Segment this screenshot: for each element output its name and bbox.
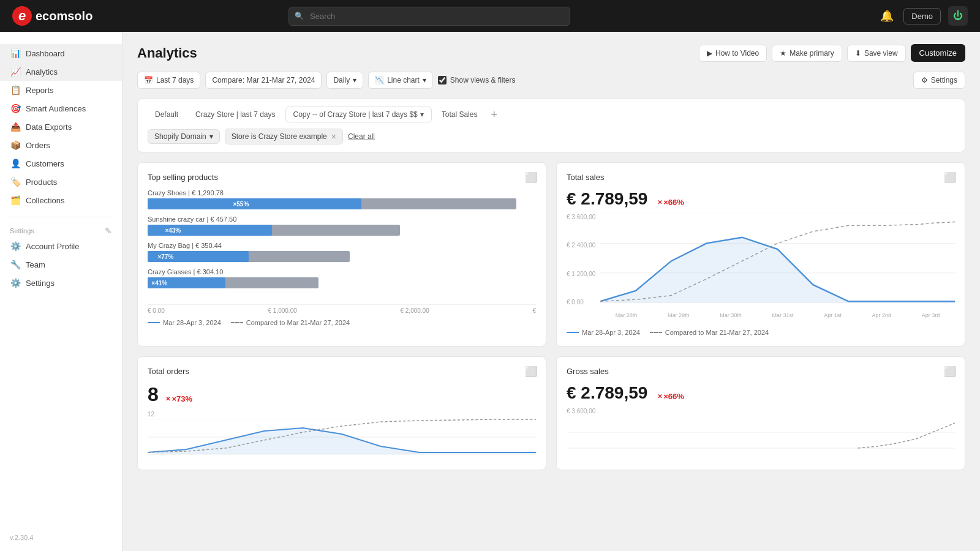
dropdown-chevron-icon: ▾ <box>420 110 424 119</box>
sidebar-label-collections: Collections <box>26 196 65 205</box>
gross-sales-card: Gross sales ⬜ € 2.789,59 ×66% € 3.600,00 <box>556 356 965 470</box>
sidebar-item-analytics[interactable]: 📈 Analytics <box>0 62 122 81</box>
products-icon: 🏷️ <box>10 177 21 187</box>
sidebar-settings-edit-icon[interactable]: ✎ <box>105 226 112 236</box>
legend-line-dashed <box>231 322 243 323</box>
top-selling-export-button[interactable]: ⬜ <box>525 171 537 183</box>
sidebar-label-orders: Orders <box>26 141 50 150</box>
sidebar-label-account-profile: Account Profile <box>26 242 79 251</box>
filter-tabs: Default Crazy Store | last 7 days Copy -… <box>148 107 955 122</box>
total-sales-title: Total sales <box>567 173 955 182</box>
sidebar-item-dashboard[interactable]: 📊 Dashboard <box>0 44 122 62</box>
sidebar-item-settings[interactable]: ⚙️ Settings <box>0 274 122 292</box>
bar-percent-3: ×77% <box>157 253 173 260</box>
product-label-3: My Crazy Bag | € 350.44 <box>148 242 536 249</box>
date-range-button[interactable]: 📅 Last 7 days <box>137 72 200 89</box>
gross-sales-badge: ×66% <box>657 392 684 401</box>
legend-line-ts-solid <box>567 332 579 333</box>
total-sales-export-button[interactable]: ⬜ <box>944 171 956 183</box>
total-orders-card: Total orders ⬜ 8 ×73% 12 <box>137 356 546 470</box>
sidebar-item-customers[interactable]: 👤 Customers <box>0 154 122 173</box>
sidebar-item-reports[interactable]: 📋 Reports <box>0 81 122 99</box>
main-content: Analytics ▶ How to Video ★ Make primary … <box>123 32 980 551</box>
gross-sales-export-button[interactable]: ⬜ <box>944 365 956 377</box>
filter-tab-total-sales[interactable]: Total Sales <box>434 107 485 122</box>
legend-current: Mar 28-Apr 3, 2024 <box>148 319 221 326</box>
top-selling-title: Top selling products <box>148 173 536 182</box>
settings-gear-icon: ⚙ <box>921 76 928 84</box>
bar-axis: € 0.00 € 1,000.00 € 2,000.00 € <box>148 304 536 314</box>
total-orders-export-button[interactable]: ⬜ <box>525 365 537 377</box>
sidebar-item-collections[interactable]: 🗂️ Collections <box>0 191 122 209</box>
product-bars: Crazy Shoes | € 1,290.78 ×55% Sunshine <box>148 189 536 299</box>
clear-all-filters-button[interactable]: Clear all <box>348 132 375 141</box>
sidebar-label-team: Team <box>26 260 45 269</box>
legend-compare: Compared to Mar 21-Mar 27, 2024 <box>231 319 350 326</box>
show-views-checkbox[interactable] <box>438 76 447 84</box>
add-filter-tab-button[interactable]: + <box>487 108 501 121</box>
sidebar-divider <box>10 217 112 217</box>
page-title: Analytics <box>137 45 197 61</box>
team-icon: 🔧 <box>10 260 21 269</box>
how-to-video-button[interactable]: ▶ How to Video <box>699 45 767 62</box>
filter-pill-shopify-domain[interactable]: Shopify Domain ▾ <box>148 129 220 144</box>
customize-button[interactable]: Customize <box>911 44 965 62</box>
gross-sales-value: € 2.789,59 ×66% <box>567 383 684 402</box>
remove-filter-icon[interactable]: × <box>331 132 336 141</box>
save-view-button[interactable]: ⬇ Save view <box>847 45 906 62</box>
sidebar-label-settings: Settings <box>26 279 55 288</box>
page-header: Analytics ▶ How to Video ★ Make primary … <box>137 44 965 62</box>
customers-icon: 👤 <box>10 159 21 168</box>
total-sales-badge: ×66% <box>657 198 684 207</box>
daily-button[interactable]: Daily ▾ <box>326 72 363 89</box>
product-bar-2: ×43% <box>148 225 536 236</box>
sidebar: 📊 Dashboard 📈 Analytics 📋 Reports 🎯 Smar… <box>0 32 123 551</box>
toolbar: 📅 Last 7 days Compare: Mar 21-Mar 27, 20… <box>137 72 965 89</box>
topnav-actions: 🔔 Demo ⏻ <box>878 6 968 26</box>
x-axis-labels: Mar 28th Mar 29th Mar 30th Mar 31st Apr … <box>600 307 955 324</box>
filter-tab-default[interactable]: Default <box>148 107 186 122</box>
gross-sales-title: Gross sales <box>567 367 955 376</box>
legend-line-ts-dashed <box>650 332 662 333</box>
filter-bar: Default Crazy Store | last 7 days Copy -… <box>137 99 965 152</box>
chart-inner <box>600 214 955 305</box>
total-orders-value: 8 <box>148 383 159 405</box>
total-orders-svg <box>148 419 536 455</box>
product-bar-4: ×41% <box>148 277 536 288</box>
product-row-2: Sunshine crazy car | € 457.50 ×43% <box>148 216 536 236</box>
line-chart-button[interactable]: 📉 Line chart ▾ <box>368 72 433 89</box>
sidebar-item-products[interactable]: 🏷️ Products <box>0 173 122 191</box>
settings-toolbar-button[interactable]: ⚙ Settings <box>913 72 965 89</box>
demo-button[interactable]: Demo <box>903 8 941 24</box>
sidebar-item-data-exports[interactable]: 📤 Data Exports <box>0 118 122 136</box>
filter-pills: Shopify Domain ▾ Store is Crazy Store ex… <box>148 129 955 144</box>
total-orders-metric: 8 ×73% <box>148 383 536 406</box>
chevron-down-icon: ▾ <box>353 76 356 84</box>
filter-pill-store[interactable]: Store is Crazy Store example × <box>225 129 343 144</box>
make-primary-button[interactable]: ★ Make primary <box>772 45 842 62</box>
sidebar-label-data-exports: Data Exports <box>26 122 72 132</box>
sidebar-main-section: 📊 Dashboard 📈 Analytics 📋 Reports 🎯 Smar… <box>0 39 122 212</box>
filter-tab-crazy-store[interactable]: Crazy Store | last 7 days <box>188 107 283 122</box>
bar-foreground-1: ×55% <box>148 198 361 209</box>
total-sales-svg <box>600 214 955 305</box>
notifications-button[interactable]: 🔔 <box>878 7 896 25</box>
top-selling-card: Top selling products ⬜ Crazy Shoes | € 1… <box>137 162 546 347</box>
save-icon: ⬇ <box>855 49 861 58</box>
filter-tab-copy-crazy-store[interactable]: Copy -- of Crazy Store | last 7 days $$ … <box>285 107 432 122</box>
compare-button[interactable]: Compare: Mar 21-Mar 27, 2024 <box>205 72 322 89</box>
sidebar-item-orders[interactable]: 📦 Orders <box>0 136 122 154</box>
gross-sales-svg <box>567 416 955 449</box>
dashboard-icon: 📊 <box>10 48 21 58</box>
legend-line-solid <box>148 322 160 323</box>
bar-chart-legend: Mar 28-Apr 3, 2024 Compared to Mar 21-Ma… <box>148 319 536 326</box>
product-row-4: Crazy Glasses | € 304.10 ×41% <box>148 268 536 288</box>
power-button[interactable]: ⏻ <box>948 6 968 26</box>
product-label-4: Crazy Glasses | € 304.10 <box>148 268 536 276</box>
show-views-toggle[interactable]: Show views & filters <box>438 76 516 84</box>
sidebar-item-account-profile[interactable]: ⚙️ Account Profile <box>0 237 122 255</box>
sidebar-label-analytics: Analytics <box>26 67 58 77</box>
search-input[interactable] <box>288 7 570 26</box>
sidebar-item-team[interactable]: 🔧 Team <box>0 255 122 274</box>
sidebar-item-smart-audiences[interactable]: 🎯 Smart Audiences <box>0 99 122 118</box>
